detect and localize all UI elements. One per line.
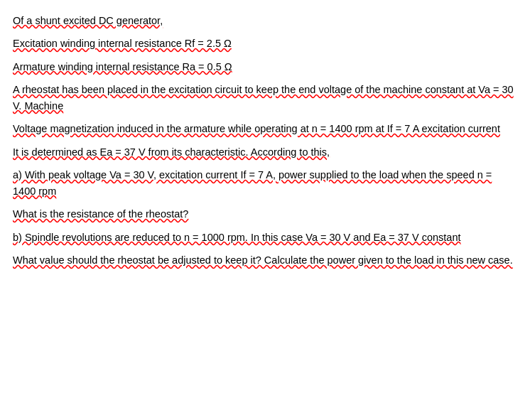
paragraph-9: b) Spindle revolutions are reduced to n … — [13, 230, 517, 245]
paragraph-2: Excitation winding internal resistance R… — [13, 36, 517, 51]
paragraph-6: It is determined as Ea = 37 V from its c… — [13, 144, 517, 160]
paragraph-10: What value should the rheostat be adjust… — [13, 252, 517, 268]
paragraph-5: Voltage magnetization induced in the arm… — [13, 121, 517, 136]
paragraph-4: A rheostat has been placed in the excita… — [13, 82, 517, 114]
paragraph-8: What is the resistance of the rheostat? — [13, 206, 517, 222]
main-content: Of a shunt excited DC generator, Excitat… — [13, 13, 517, 269]
paragraph-3: Armature winding internal resistance Ra … — [13, 59, 517, 75]
paragraph-1: Of a shunt excited DC generator, — [13, 13, 517, 28]
paragraph-7: a) With peak voltage Va = 30 V, excitati… — [13, 167, 517, 199]
